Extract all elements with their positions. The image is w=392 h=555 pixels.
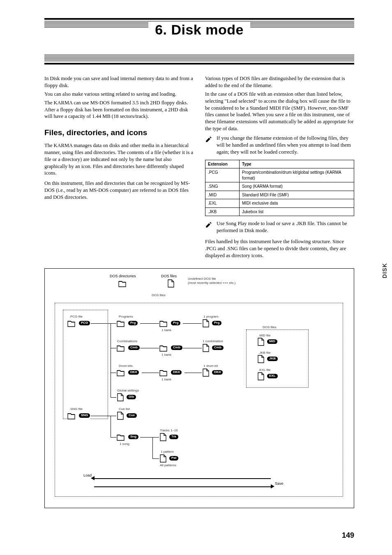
combi-label: 1 combination <box>203 339 223 344</box>
sng1-badge: Sng <box>128 435 138 439</box>
dkit-bank-label: 1 bank <box>161 378 171 382</box>
page-number: 149 <box>342 530 354 540</box>
ext-header-ext: Extension <box>205 160 240 168</box>
jkb-badge: JKB <box>267 357 278 361</box>
glb-badge: Glb <box>127 395 136 399</box>
dkits-label: Drum kits <box>119 364 133 368</box>
exl-node: EXL <box>257 372 278 380</box>
ext-cell: .EXL <box>205 199 240 208</box>
ext-cell: .SNG <box>205 182 240 191</box>
note-jkb: Use Song Play mode to load or save a .JK… <box>205 220 354 234</box>
trk-badge: Trk <box>169 435 178 439</box>
ext-cell: Program/combination/drum kit/global sett… <box>240 168 354 182</box>
left-column: In Disk mode you can save and load inter… <box>44 75 194 261</box>
song-node: Sng <box>116 433 139 441</box>
pencil-icon <box>205 220 213 234</box>
ext-cell: .PCG <box>205 168 240 182</box>
mid-badge: MID <box>267 339 277 344</box>
chapter-title: 6. Disk mode <box>44 21 354 39</box>
cmb-badge: Cmb <box>128 345 140 350</box>
pencil-icon <box>205 135 213 156</box>
tracks-label: Tracks 1–16 <box>160 428 178 433</box>
tracks-node: Trk <box>159 433 179 441</box>
intro-p2: You can also make various setting relate… <box>44 91 194 98</box>
dkit-label: 1 drum kit <box>203 364 218 368</box>
dkit-bank-node: DKit <box>159 368 182 377</box>
song-label: 1 song <box>120 442 129 447</box>
prg-badge: Prg <box>171 321 180 325</box>
combis-label: Combinations <box>117 339 137 344</box>
cmb-badge: Cmb <box>171 345 182 350</box>
undef-sub: (most recently selected ××× etc.) <box>188 281 235 286</box>
cue-label: Cue list <box>119 407 130 412</box>
dir-header: DOS directories <box>110 274 136 279</box>
right-p1: Various types of DOS files are distingui… <box>205 75 354 89</box>
jkb-node: JKB <box>257 355 278 363</box>
file-icon <box>167 279 175 288</box>
combi-node: Cmb <box>202 344 224 352</box>
extension-table: Extension Type .PCGProgram/combination/d… <box>205 160 354 216</box>
program-node: Prg <box>202 319 222 327</box>
dkits-node: DKit <box>116 368 139 377</box>
folder-icon <box>118 279 128 288</box>
note-text: Use Song Play mode to load or save a .JK… <box>217 220 354 234</box>
file-structure-diagram: DOS directories DOS files Undefined DOS … <box>44 268 354 508</box>
jkb-label: .JKB file <box>258 351 270 355</box>
dos-files-hint: DOS files <box>152 293 166 298</box>
sng-root-label: .SNG file <box>69 407 83 412</box>
program-label: 1 program <box>203 315 218 319</box>
ext-cell: .JKB <box>205 207 240 216</box>
exl-label: .EXL file <box>258 368 271 373</box>
right-p2: In the case of a DOS file with an extens… <box>205 91 354 132</box>
dkit-badge: DKit <box>212 370 223 375</box>
exl-badge: EXL <box>267 374 278 378</box>
sng-root-node: SNG <box>67 412 90 420</box>
dkit-node: DKit <box>202 368 223 377</box>
global-node: Glb <box>116 393 136 401</box>
pcg-root-label: .PCG file <box>69 315 83 319</box>
pcg-badge: PCG <box>79 321 90 325</box>
chapter-title-block: 6. Disk mode <box>44 18 354 65</box>
combi-bank-node: Cmb <box>159 344 183 352</box>
cue-node: Cue <box>116 412 137 420</box>
right-p3: Files handled by this instrument have th… <box>205 238 354 259</box>
cmb-badge: Cmb <box>212 345 224 350</box>
pattern-node: Pat <box>159 454 179 463</box>
allpat-label: All patterns <box>160 463 176 468</box>
side-tab: DISK <box>381 263 389 278</box>
section1-p2: On this instrument, files and directorie… <box>44 180 194 201</box>
bank-label: 1 bank <box>161 328 171 333</box>
programs-node: Prg <box>116 319 138 327</box>
pattern-label: 1 pattern <box>161 450 174 454</box>
sng-badge: SNG <box>79 413 90 418</box>
right-box-hint: DOS files <box>263 325 277 330</box>
note-extension-warning: If you change the filename extension of … <box>205 135 354 156</box>
pat-badge: Pat <box>169 456 178 461</box>
dkit-badge: DKit <box>128 370 139 375</box>
load-label: Load <box>83 473 92 478</box>
right-column: Various types of DOS files are distingui… <box>205 75 354 261</box>
combi-bank-label: 1 bank <box>161 353 171 357</box>
ext-cell: .MID <box>205 191 240 199</box>
global-label: Global settings <box>117 389 139 393</box>
ext-cell: MIDI exclusive data <box>240 199 354 208</box>
ext-cell: Standard MIDI File (SMF) <box>240 191 354 199</box>
ext-header-type: Type <box>240 160 354 168</box>
cue-badge: Cue <box>127 413 137 418</box>
save-label: Save <box>275 481 284 486</box>
section-heading-files: Files, directories, and icons <box>44 127 194 138</box>
ext-cell: Jukebox list <box>240 207 354 216</box>
section1-p1: The KARMA manages data on disks and othe… <box>44 142 194 177</box>
combis-node: Cmb <box>116 344 140 352</box>
dkit-badge: DKit <box>171 370 182 375</box>
file-header: DOS files <box>161 274 177 279</box>
pcg-root-node: PCG <box>67 319 90 327</box>
programs-label: Programs <box>119 315 133 319</box>
intro-p3: The KARMA can use MS-DOS formatted 3.5 i… <box>44 99 194 120</box>
prg-badge: Prg <box>212 321 221 325</box>
intro-p1: In Disk mode you can save and load inter… <box>44 75 194 89</box>
bank-node: Prg <box>159 319 181 327</box>
mid-label: .MID file <box>258 334 270 338</box>
mid-node: MID <box>257 338 278 346</box>
note-text: If you change the filename extension of … <box>217 135 354 156</box>
